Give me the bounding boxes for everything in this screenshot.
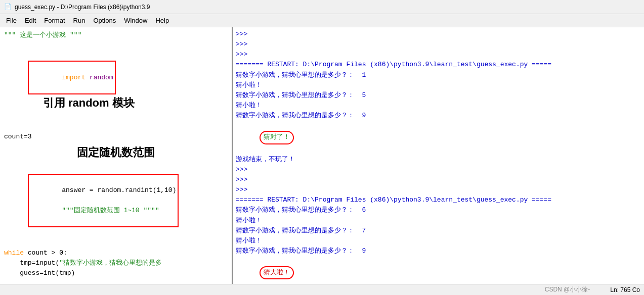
shell-big-1: 猜大啦！ <box>236 256 641 284</box>
code-line <box>4 40 228 51</box>
menu-file[interactable]: File <box>2 16 21 25</box>
shell-line: 猜小啦！ <box>236 236 641 246</box>
code-line <box>4 122 228 132</box>
menu-edit[interactable]: Edit <box>21 16 40 25</box>
menu-help[interactable]: Help <box>151 16 173 25</box>
menu-format[interactable]: Format <box>40 16 69 25</box>
file-icon: 📄 <box>4 3 12 11</box>
shell-line: >>> <box>236 165 641 175</box>
shell-line: 猜数字小游戏，猜我心里想的是多少？： 9 <box>236 111 641 121</box>
code-line: """ 这是一个小游戏 """ <box>4 30 228 40</box>
shell-line: 猜数字小游戏，猜我心里想的是多少？： 7 <box>236 226 641 236</box>
shell-line: 游戏结束，不玩了！ <box>236 155 641 165</box>
editor-pane[interactable]: """ 这是一个小游戏 """ import random 引用 random … <box>0 27 233 284</box>
shell-line: 猜数字小游戏，猜我心里想的是多少？： 1 <box>236 70 641 80</box>
title-bar: 📄 guess_exec.py - D:\Program Files (x86)… <box>0 0 644 14</box>
shell-line: 猜小啦！ <box>236 101 641 111</box>
annotation-random-range: 固定随机数范围 <box>77 146 155 159</box>
code-line-import: import random 引用 random 模块 <box>4 51 228 122</box>
shell-restart-2: ======= RESTART: D:\Program Files (x86)\… <box>236 195 641 205</box>
shell-correct-1: 猜对了！ <box>236 121 641 154</box>
shell-line: 猜数字小游戏，猜我心里想的是多少？： 5 <box>236 90 641 101</box>
shell-line: 猜小啦！ <box>236 80 641 90</box>
shell-pane[interactable]: >>> >>> >>> ======= RESTART: D:\Program … <box>233 27 644 284</box>
code-line: guess=int(tmp) <box>4 268 228 278</box>
shell-line: >>> <box>236 185 641 195</box>
code-line <box>4 237 228 248</box>
shell-line: >>> <box>236 29 641 39</box>
shell-line: 猜小啦！ <box>236 216 641 226</box>
shell-line: 猜数字小游戏，猜我心里想的是多少？： 6 <box>236 205 641 215</box>
menu-options[interactable]: Options <box>89 16 120 25</box>
shell-line: >>> <box>236 50 641 60</box>
code-line <box>4 278 228 284</box>
status-bar: CSDN @小小徐- Ln: 765 Co <box>0 284 644 295</box>
menu-bar: File Edit Format Run Options Window Help <box>0 14 644 27</box>
code-line: while count > 0: <box>4 248 228 258</box>
shell-line: 猜数字小游戏，猜我心里想的是多少？： 9 <box>236 246 641 256</box>
code-line: tmp=input("猜数字小游戏，猜我心里想的是多 <box>4 258 228 268</box>
code-line-answer: answer = random.randint(1,10) """固定随机数范围… <box>4 163 228 237</box>
shell-line: >>> <box>236 175 641 185</box>
cursor-position: Ln: 765 Co <box>610 286 640 293</box>
main-area: """ 这是一个小游戏 """ import random 引用 random … <box>0 27 644 284</box>
code-line: count=3 <box>4 132 228 142</box>
menu-window[interactable]: Window <box>120 16 151 25</box>
window-title: guess_exec.py - D:\Program Files (x86)\p… <box>15 4 150 11</box>
menu-run[interactable]: Run <box>69 16 90 25</box>
shell-line: >>> <box>236 39 641 50</box>
shell-restart-1: ======= RESTART: D:\Program Files (x86)\… <box>236 60 641 70</box>
watermark: CSDN @小小徐- <box>545 285 590 294</box>
